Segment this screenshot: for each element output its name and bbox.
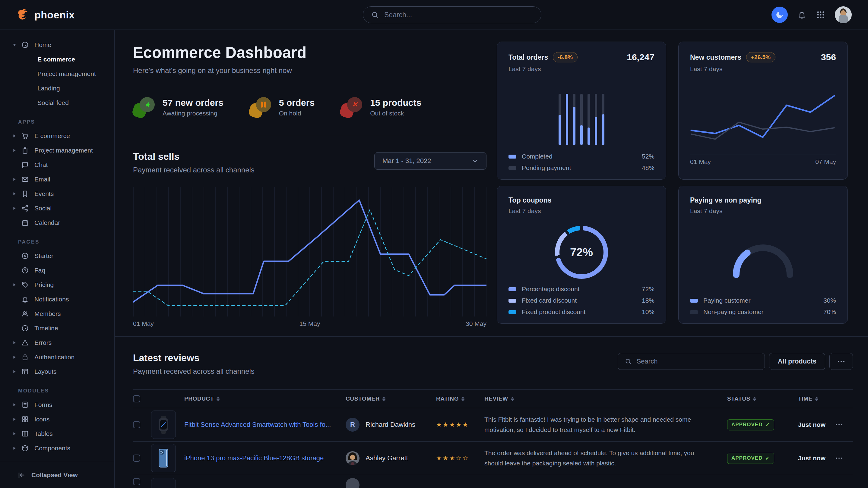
legend-value: 48%	[642, 164, 654, 171]
sidebar-item-starter[interactable]: Starter	[0, 249, 114, 263]
sidebar-item-home[interactable]: Home	[0, 38, 114, 52]
sidebar-item-faq[interactable]: Faq	[0, 263, 114, 278]
total-sells-chart	[133, 187, 487, 317]
legend-label: Paying customer	[703, 297, 750, 304]
product-link[interactable]: Fitbit Sense Advanced Smartwatch with To…	[184, 421, 346, 429]
sort-icon	[461, 397, 464, 401]
card-value: 16,247	[627, 52, 654, 62]
apps-grid-button[interactable]	[816, 10, 825, 19]
total-sells-header: Total sells Payment received across all …	[133, 151, 487, 174]
review-text: This Fitbit is fantastic! I was trying t…	[484, 415, 727, 435]
user-avatar[interactable]	[835, 6, 852, 23]
sidebar-item-social[interactable]: Social	[0, 201, 114, 216]
phoenix-flame-icon	[17, 8, 30, 21]
all-products-button[interactable]: All products	[769, 353, 825, 370]
column-label: TIME	[798, 395, 812, 402]
sidebar-item-icons[interactable]: Icons	[0, 412, 114, 426]
column-header-product[interactable]: PRODUCT	[184, 395, 346, 402]
reviews-table-header: PRODUCT CUSTOMER RATING REVIEW STATUS TI…	[133, 389, 853, 408]
select-all-checkbox[interactable]	[133, 395, 140, 402]
sidebar-item-timeline[interactable]: Timeline	[0, 321, 114, 335]
date-range-select[interactable]: Mar 1 - 31, 2022	[374, 152, 487, 170]
sidebar-section-pages: PAGES	[18, 239, 114, 245]
more-options-button[interactable]	[829, 353, 853, 370]
avatar	[346, 478, 360, 488]
brand-logo[interactable]: phoenix	[17, 8, 75, 21]
status-cell: APPROVED ✓	[727, 453, 798, 464]
legend-label: Pending payment	[522, 164, 571, 171]
users-icon	[21, 310, 34, 318]
sidebar-item-social-feed[interactable]: Social feed	[0, 96, 114, 110]
sidebar-item-calendar[interactable]: Calendar	[0, 216, 114, 230]
navbar-actions	[772, 0, 852, 30]
sidebar-item-components[interactable]: Components	[0, 441, 114, 455]
sidebar-section-apps: APPS	[18, 119, 114, 125]
sort-icon	[815, 397, 818, 401]
row-checkbox[interactable]	[133, 421, 140, 428]
sidebar-item-project-management[interactable]: Project management	[0, 67, 114, 81]
column-header-rating[interactable]: RATING	[436, 395, 484, 402]
customer-cell: RRichard Dawkins	[346, 418, 436, 432]
sidebar-item-layouts[interactable]: Layouts	[0, 364, 114, 379]
sidebar-item-authentication[interactable]: Authentication	[0, 350, 114, 364]
check-icon: ✓	[765, 422, 770, 428]
row-checkbox[interactable]	[133, 455, 140, 462]
sidebar-item-e-commerce[interactable]: E commerce	[0, 52, 114, 67]
sidebar-item-forms[interactable]: Forms	[0, 398, 114, 412]
orders-bar-chart	[559, 94, 604, 145]
row-checkbox[interactable]	[133, 478, 140, 485]
stat-value: 15 products	[370, 98, 421, 108]
sidebar-item-label: Events	[34, 190, 54, 197]
column-header-review[interactable]: REVIEW	[484, 395, 727, 402]
ellipsis-icon	[836, 458, 853, 459]
theme-toggle-button[interactable]	[772, 7, 788, 23]
notifications-button[interactable]	[798, 10, 806, 19]
sidebar-item-project-management[interactable]: Project management	[0, 143, 114, 158]
sidebar-item-label: Project management	[34, 147, 93, 154]
sidebar-item-pricing[interactable]: Pricing	[0, 278, 114, 292]
sidebar-item-notifications[interactable]: Notifications	[0, 292, 114, 306]
caret-right-icon	[13, 355, 21, 359]
review-time: Just now	[798, 421, 836, 428]
sidebar-item-label: Notifications	[34, 296, 69, 303]
legend-item-pending-payment: Pending payment 48%	[508, 164, 654, 171]
row-actions[interactable]	[836, 458, 853, 459]
sidebar-item-events[interactable]: Events	[0, 187, 114, 201]
column-header-status[interactable]: STATUS	[727, 395, 798, 402]
sidebar-item-e-commerce[interactable]: E commerce	[0, 129, 114, 143]
sidebar-item-landing[interactable]: Landing	[0, 81, 114, 96]
collapse-view-toggle[interactable]: Collapsed View	[0, 462, 114, 488]
brand-name: phoenix	[34, 9, 75, 21]
sidebar-item-tables[interactable]: Tables	[0, 426, 114, 441]
search-input[interactable]	[384, 10, 533, 19]
new-customers-lines	[690, 84, 835, 154]
reviews-table-body: Fitbit Sense Advanced Smartwatch with To…	[133, 408, 853, 488]
legend-swatch	[508, 155, 516, 159]
sidebar-item-members[interactable]: Members	[0, 306, 114, 321]
page-title: Ecommerce Dashboard	[133, 44, 487, 62]
app-window: phoenix HomeE comme	[0, 0, 868, 488]
legend-item-non-paying-customer: Non-paying customer 70%	[690, 308, 836, 316]
stats-row: ★ 57 new orders Awating processing 5 ord…	[133, 97, 487, 118]
column-header-time[interactable]: TIME	[798, 395, 836, 402]
sidebar-item-label: Starter	[34, 252, 53, 260]
envelope-icon	[21, 175, 34, 183]
sidebar-item-email[interactable]: Email	[0, 172, 114, 187]
file-icon	[21, 401, 34, 409]
stat-icon: ✕	[341, 97, 362, 118]
global-search	[363, 6, 541, 23]
grid-icon	[21, 415, 34, 423]
card-title: Top coupons	[508, 196, 552, 204]
new-customers-card: New customers +26.5% 356 Last 7 days 01 …	[678, 42, 848, 180]
product-link[interactable]: iPhone 13 pro max-Pacific Blue-128GB sto…	[184, 454, 346, 462]
product-thumbnail[interactable]	[151, 444, 176, 472]
product-thumbnail[interactable]	[151, 478, 176, 488]
sidebar-item-chat[interactable]: Chat	[0, 158, 114, 172]
column-header-customer[interactable]: CUSTOMER	[346, 395, 436, 402]
product-thumbnail[interactable]	[151, 411, 176, 439]
row-actions[interactable]	[836, 424, 853, 425]
check-icon: ✓	[765, 455, 770, 461]
sidebar-item-label: Social	[34, 205, 52, 212]
sidebar-item-errors[interactable]: Errors	[0, 335, 114, 350]
reviews-search-input[interactable]	[636, 357, 758, 366]
